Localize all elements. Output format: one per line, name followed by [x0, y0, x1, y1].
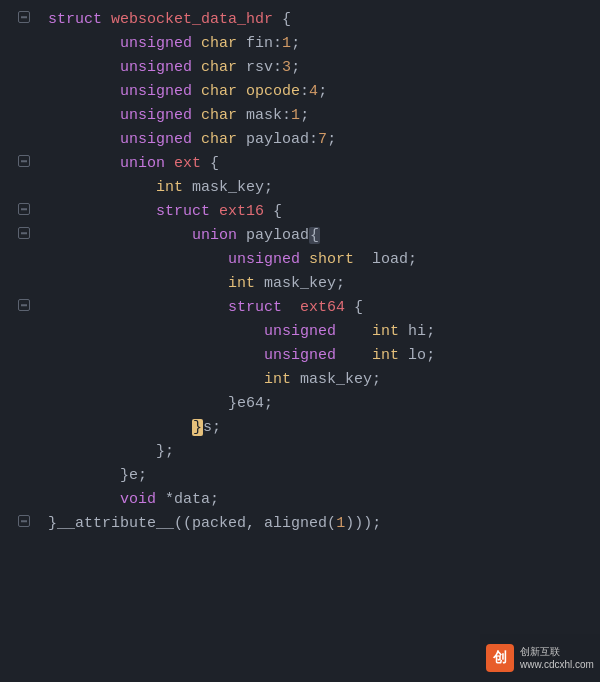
watermark-icon: 创	[486, 644, 514, 672]
token-op: )));	[345, 515, 381, 532]
code-line-content: unsigned char rsv:3;	[48, 56, 600, 79]
code-line-content: struct ext16 {	[48, 200, 600, 223]
token-field: lo	[408, 347, 426, 364]
token-type: int	[372, 347, 399, 364]
token-op	[237, 35, 246, 52]
table-row: }e;	[0, 464, 600, 488]
token-op: {	[273, 11, 291, 28]
token-op	[237, 107, 246, 124]
indent	[48, 35, 120, 52]
token-field: aligned	[264, 515, 327, 532]
token-num: 4	[309, 83, 318, 100]
token-op: ;	[212, 419, 221, 436]
token-field: mask_key	[264, 275, 336, 292]
token-op	[210, 203, 219, 220]
table-row: unsigned char mask:1;	[0, 104, 600, 128]
collapse-icon[interactable]	[18, 227, 30, 239]
code-line-content: unsigned char fin:1;	[48, 32, 600, 55]
code-line-content: }__attribute__((packed, aligned(1)));	[48, 512, 600, 535]
collapse-icon[interactable]	[18, 515, 30, 527]
token-op: ((	[174, 515, 192, 532]
token-field: mask	[246, 107, 282, 124]
token-kw: unsigned	[120, 131, 192, 148]
table-row: int mask_key;	[0, 272, 600, 296]
token-op: ;	[372, 371, 381, 388]
token-op	[336, 347, 372, 364]
indent	[48, 251, 228, 268]
collapse-icon[interactable]	[18, 11, 30, 23]
code-line-content: unsigned int lo;	[48, 344, 600, 367]
token-field: payload	[246, 131, 309, 148]
indent	[48, 83, 120, 100]
token-field: rsv	[246, 59, 273, 76]
token-op: ;	[300, 107, 309, 124]
code-line-content: union ext {	[48, 152, 600, 175]
token-op	[237, 131, 246, 148]
table-row: unsigned char fin:1;	[0, 32, 600, 56]
table-row: }s;	[0, 416, 600, 440]
token-op	[282, 299, 300, 316]
indent	[48, 395, 228, 412]
token-op	[237, 227, 246, 244]
table-row: };	[0, 440, 600, 464]
token-op	[237, 59, 246, 76]
code-line-content: }e;	[48, 464, 600, 487]
token-op	[192, 59, 201, 76]
token-op	[192, 35, 201, 52]
token-kw: struct	[156, 203, 210, 220]
token-type: int	[228, 275, 255, 292]
token-op: {	[264, 203, 282, 220]
collapse-icon[interactable]	[18, 203, 30, 215]
token-op: :	[273, 59, 282, 76]
indent	[48, 299, 228, 316]
token-field-orange: opcode	[246, 83, 300, 100]
code-line-content: void *data;	[48, 488, 600, 511]
table-row: struct ext64 {	[0, 296, 600, 320]
token-op: (	[327, 515, 336, 532]
watermark: 创 创新互联 www.cdcxhl.com	[480, 634, 600, 682]
code-line-content: };	[48, 440, 600, 463]
table-row: }e64;	[0, 392, 600, 416]
collapse-icon[interactable]	[18, 299, 30, 311]
token-op: ,	[246, 515, 264, 532]
token-op: :	[300, 83, 309, 100]
code-line-content: unsigned char opcode:4;	[48, 80, 600, 103]
token-kw: union	[120, 155, 165, 172]
indent	[48, 323, 264, 340]
token-op	[192, 107, 201, 124]
token-type: char	[201, 83, 237, 100]
table-row: unsigned int lo;	[0, 344, 600, 368]
token-kw: void	[120, 491, 156, 508]
indent	[48, 131, 120, 148]
code-line-content: struct websocket_data_hdr {	[48, 8, 600, 31]
indent	[48, 467, 120, 484]
table-row: unsigned char payload:7;	[0, 128, 600, 152]
table-row: struct ext16 {	[0, 200, 600, 224]
indent	[48, 203, 156, 220]
gutter-cell	[0, 203, 48, 215]
indent	[48, 491, 120, 508]
token-field: fin	[246, 35, 273, 52]
token-field: hi	[408, 323, 426, 340]
token-kw: unsigned	[120, 83, 192, 100]
token-name: ext64	[300, 299, 345, 316]
indent	[48, 347, 264, 364]
token-op: {	[345, 299, 363, 316]
token-op: :	[273, 35, 282, 52]
collapse-icon[interactable]	[18, 155, 30, 167]
table-row: struct websocket_data_hdr {	[0, 8, 600, 32]
token-op: ;	[318, 83, 327, 100]
table-row: unsigned int hi;	[0, 320, 600, 344]
table-row: union payload{	[0, 224, 600, 248]
table-row: }__attribute__((packed, aligned(1)));	[0, 512, 600, 536]
token-op: ;	[336, 275, 345, 292]
table-row: int mask_key;	[0, 176, 600, 200]
code-line-content: unsigned char payload:7;	[48, 128, 600, 151]
token-kw: unsigned	[120, 59, 192, 76]
token-num: 1	[282, 35, 291, 52]
token-op: ;	[210, 491, 219, 508]
token-kw: struct	[48, 11, 102, 28]
token-num: 7	[318, 131, 327, 148]
token-kw: unsigned	[264, 347, 336, 364]
code-line-content: int mask_key;	[48, 272, 600, 295]
